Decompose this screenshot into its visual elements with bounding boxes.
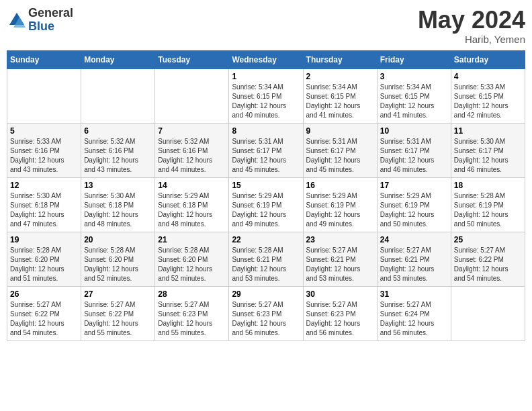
calendar-cell: 17Sunrise: 5:29 AM Sunset: 6:19 PM Dayli… (377, 177, 451, 232)
day-number: 13 (84, 181, 152, 190)
calendar-week-row: 1Sunrise: 5:34 AM Sunset: 6:15 PM Daylig… (7, 68, 525, 123)
month-title: May 2024 (418, 7, 525, 34)
day-number: 17 (380, 181, 448, 190)
day-number: 2 (306, 72, 374, 81)
day-info: Sunrise: 5:27 AM Sunset: 6:22 PM Dayligh… (454, 246, 522, 283)
day-info: Sunrise: 5:33 AM Sunset: 6:15 PM Dayligh… (454, 83, 522, 120)
title-block: May 2024 Harib, Yemen (418, 7, 525, 45)
day-info: Sunrise: 5:28 AM Sunset: 6:19 PM Dayligh… (454, 191, 522, 229)
page-header: General Blue May 2024 Harib, Yemen (7, 7, 525, 45)
day-number: 5 (10, 126, 78, 136)
calendar-cell: 10Sunrise: 5:31 AM Sunset: 6:17 PM Dayli… (377, 123, 451, 177)
calendar-cell: 20Sunrise: 5:28 AM Sunset: 6:20 PM Dayli… (81, 232, 155, 286)
day-number: 19 (10, 235, 78, 244)
day-number: 28 (158, 289, 226, 299)
calendar-cell: 7Sunrise: 5:32 AM Sunset: 6:16 PM Daylig… (155, 123, 229, 177)
day-number: 6 (84, 126, 152, 136)
calendar-cell: 3Sunrise: 5:34 AM Sunset: 6:15 PM Daylig… (377, 68, 451, 123)
weekday-header: Wednesday (229, 50, 303, 68)
day-info: Sunrise: 5:30 AM Sunset: 6:17 PM Dayligh… (454, 137, 522, 175)
day-number: 26 (10, 289, 78, 299)
calendar-cell: 31Sunrise: 5:27 AM Sunset: 6:24 PM Dayli… (377, 286, 451, 340)
day-info: Sunrise: 5:27 AM Sunset: 6:21 PM Dayligh… (306, 246, 374, 283)
day-info: Sunrise: 5:30 AM Sunset: 6:18 PM Dayligh… (84, 191, 152, 229)
calendar-week-row: 26Sunrise: 5:27 AM Sunset: 6:22 PM Dayli… (7, 286, 525, 340)
calendar-cell: 9Sunrise: 5:31 AM Sunset: 6:17 PM Daylig… (303, 123, 377, 177)
calendar-cell: 23Sunrise: 5:27 AM Sunset: 6:21 PM Dayli… (303, 232, 377, 286)
logo-general: General (28, 6, 73, 19)
day-info: Sunrise: 5:31 AM Sunset: 6:17 PM Dayligh… (380, 137, 448, 175)
day-info: Sunrise: 5:27 AM Sunset: 6:23 PM Dayligh… (158, 300, 226, 338)
calendar-week-row: 12Sunrise: 5:30 AM Sunset: 6:18 PM Dayli… (7, 177, 525, 232)
location: Harib, Yemen (418, 34, 525, 45)
calendar-cell (81, 68, 155, 123)
weekday-header: Thursday (303, 50, 377, 68)
calendar-cell: 30Sunrise: 5:27 AM Sunset: 6:23 PM Dayli… (303, 286, 377, 340)
day-info: Sunrise: 5:29 AM Sunset: 6:19 PM Dayligh… (306, 191, 374, 229)
calendar-cell: 5Sunrise: 5:33 AM Sunset: 6:16 PM Daylig… (7, 123, 81, 177)
day-number: 9 (306, 126, 374, 136)
calendar-cell: 8Sunrise: 5:31 AM Sunset: 6:17 PM Daylig… (229, 123, 303, 177)
day-info: Sunrise: 5:27 AM Sunset: 6:21 PM Dayligh… (380, 246, 448, 283)
day-info: Sunrise: 5:27 AM Sunset: 6:23 PM Dayligh… (306, 300, 374, 338)
day-info: Sunrise: 5:34 AM Sunset: 6:15 PM Dayligh… (380, 83, 448, 120)
day-info: Sunrise: 5:33 AM Sunset: 6:16 PM Dayligh… (10, 137, 78, 175)
calendar-week-row: 19Sunrise: 5:28 AM Sunset: 6:20 PM Dayli… (7, 232, 525, 286)
day-number: 1 (232, 72, 300, 81)
day-info: Sunrise: 5:34 AM Sunset: 6:15 PM Dayligh… (306, 83, 374, 120)
calendar-cell: 18Sunrise: 5:28 AM Sunset: 6:19 PM Dayli… (451, 177, 525, 232)
calendar-cell: 25Sunrise: 5:27 AM Sunset: 6:22 PM Dayli… (451, 232, 525, 286)
day-number: 27 (84, 289, 152, 299)
day-number: 15 (232, 181, 300, 190)
day-info: Sunrise: 5:31 AM Sunset: 6:17 PM Dayligh… (232, 137, 300, 175)
calendar-cell (451, 286, 525, 340)
day-number: 30 (306, 289, 374, 299)
day-info: Sunrise: 5:27 AM Sunset: 6:24 PM Dayligh… (380, 300, 448, 338)
day-number: 16 (306, 181, 374, 190)
logo-blue: Blue (28, 19, 54, 33)
weekday-header: Friday (377, 50, 451, 68)
calendar-week-row: 5Sunrise: 5:33 AM Sunset: 6:16 PM Daylig… (7, 123, 525, 177)
day-info: Sunrise: 5:28 AM Sunset: 6:20 PM Dayligh… (158, 246, 226, 283)
day-number: 10 (380, 126, 448, 136)
weekday-header: Tuesday (155, 50, 229, 68)
day-number: 21 (158, 235, 226, 244)
day-info: Sunrise: 5:32 AM Sunset: 6:16 PM Dayligh… (84, 137, 152, 175)
weekday-header: Saturday (451, 50, 525, 68)
calendar-cell (7, 68, 81, 123)
day-info: Sunrise: 5:29 AM Sunset: 6:18 PM Dayligh… (158, 191, 226, 229)
weekday-header: Sunday (7, 50, 81, 68)
calendar-cell: 21Sunrise: 5:28 AM Sunset: 6:20 PM Dayli… (155, 232, 229, 286)
logo-icon (7, 10, 27, 30)
calendar-cell: 12Sunrise: 5:30 AM Sunset: 6:18 PM Dayli… (7, 177, 81, 232)
day-info: Sunrise: 5:27 AM Sunset: 6:22 PM Dayligh… (10, 300, 78, 338)
calendar-cell: 1Sunrise: 5:34 AM Sunset: 6:15 PM Daylig… (229, 68, 303, 123)
day-info: Sunrise: 5:34 AM Sunset: 6:15 PM Dayligh… (232, 83, 300, 120)
day-number: 22 (232, 235, 300, 244)
calendar-cell: 14Sunrise: 5:29 AM Sunset: 6:18 PM Dayli… (155, 177, 229, 232)
calendar-cell: 22Sunrise: 5:28 AM Sunset: 6:21 PM Dayli… (229, 232, 303, 286)
weekday-header: Monday (81, 50, 155, 68)
day-number: 29 (232, 289, 300, 299)
day-number: 3 (380, 72, 448, 81)
day-number: 8 (232, 126, 300, 136)
calendar-cell: 19Sunrise: 5:28 AM Sunset: 6:20 PM Dayli… (7, 232, 81, 286)
day-info: Sunrise: 5:27 AM Sunset: 6:22 PM Dayligh… (84, 300, 152, 338)
calendar-cell: 24Sunrise: 5:27 AM Sunset: 6:21 PM Dayli… (377, 232, 451, 286)
day-number: 24 (380, 235, 448, 244)
day-number: 23 (306, 235, 374, 244)
weekday-header-row: SundayMondayTuesdayWednesdayThursdayFrid… (7, 50, 525, 68)
day-info: Sunrise: 5:28 AM Sunset: 6:21 PM Dayligh… (232, 246, 300, 283)
day-number: 7 (158, 126, 226, 136)
day-info: Sunrise: 5:27 AM Sunset: 6:23 PM Dayligh… (232, 300, 300, 338)
calendar-cell: 6Sunrise: 5:32 AM Sunset: 6:16 PM Daylig… (81, 123, 155, 177)
calendar-cell: 29Sunrise: 5:27 AM Sunset: 6:23 PM Dayli… (229, 286, 303, 340)
calendar-cell (155, 68, 229, 123)
calendar-cell: 11Sunrise: 5:30 AM Sunset: 6:17 PM Dayli… (451, 123, 525, 177)
calendar-cell: 13Sunrise: 5:30 AM Sunset: 6:18 PM Dayli… (81, 177, 155, 232)
calendar-table: SundayMondayTuesdayWednesdayThursdayFrid… (7, 50, 525, 341)
logo: General Blue (7, 7, 73, 34)
day-number: 12 (10, 181, 78, 190)
day-info: Sunrise: 5:31 AM Sunset: 6:17 PM Dayligh… (306, 137, 374, 175)
calendar-cell: 28Sunrise: 5:27 AM Sunset: 6:23 PM Dayli… (155, 286, 229, 340)
